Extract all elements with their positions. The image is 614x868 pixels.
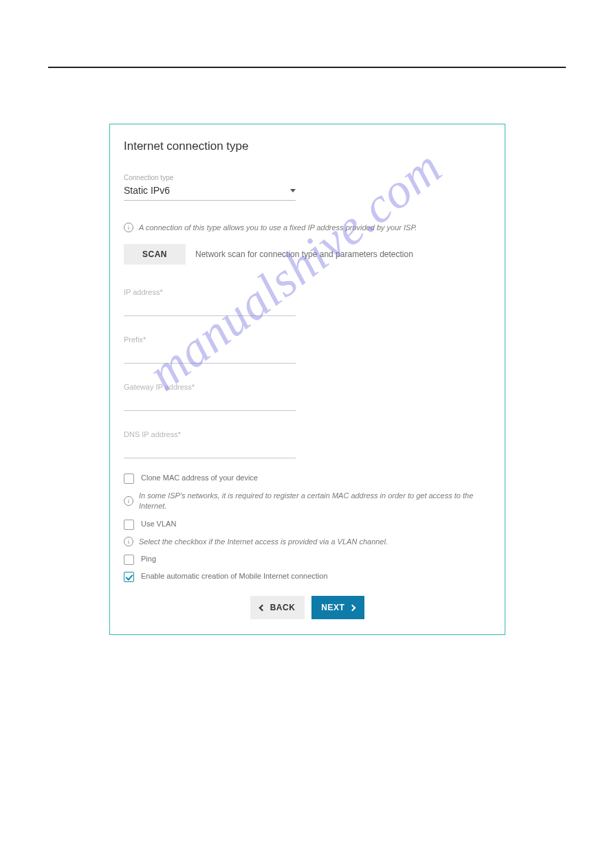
auto-mobile-row: Enable automatic creation of Mobile Inte…	[124, 572, 491, 582]
scan-button[interactable]: SCAN	[124, 244, 186, 265]
dns-label: DNS IP address*	[124, 430, 296, 438]
connection-description-row: i A connection of this type allows you t…	[124, 223, 491, 233]
prefix-input[interactable]	[124, 345, 296, 364]
connection-type-select[interactable]: Static IPv6	[124, 183, 296, 201]
chevron-right-icon	[349, 604, 356, 611]
vlan-help-text: Select the checkbox if the Internet acce…	[139, 537, 388, 547]
use-vlan-row: Use VLAN	[124, 520, 491, 530]
info-icon: i	[124, 223, 133, 232]
connection-description: A connection of this type allows you to …	[139, 223, 417, 233]
ip-address-field-wrapper: IP address*	[124, 288, 296, 316]
prefix-field-wrapper: Prefix*	[124, 335, 296, 364]
auto-mobile-label: Enable automatic creation of Mobile Inte…	[141, 572, 328, 580]
back-button-label: BACK	[270, 603, 296, 612]
ping-row: Ping	[124, 555, 491, 565]
ping-label: Ping	[141, 555, 156, 563]
dns-input[interactable]	[124, 440, 296, 458]
button-row: BACK NEXT	[124, 596, 491, 619]
connection-type-value: Static IPv6	[124, 185, 290, 196]
info-icon: i	[124, 496, 133, 506]
use-vlan-label: Use VLAN	[141, 520, 176, 528]
vlan-help-row: i Select the checkbox if the Internet ac…	[124, 537, 491, 547]
clone-mac-checkbox[interactable]	[124, 474, 134, 484]
chevron-left-icon	[259, 604, 265, 611]
clone-mac-row: Clone MAC address of your device	[124, 474, 491, 484]
mac-help-text: In some ISP's networks, it is required t…	[139, 491, 491, 511]
gateway-input[interactable]	[124, 392, 296, 411]
clone-mac-label: Clone MAC address of your device	[141, 474, 258, 482]
gateway-label: Gateway IP address*	[124, 383, 296, 391]
prefix-label: Prefix*	[124, 335, 296, 344]
scan-help-text: Network scan for connection type and par…	[195, 249, 413, 259]
gateway-field-wrapper: Gateway IP address*	[124, 383, 296, 411]
connection-type-label: Connection type	[124, 174, 491, 181]
dns-field-wrapper: DNS IP address*	[124, 430, 296, 458]
ip-address-input[interactable]	[124, 298, 296, 316]
panel-title: Internet connection type	[124, 140, 491, 153]
ping-checkbox[interactable]	[124, 555, 134, 565]
ip-address-label: IP address*	[124, 288, 296, 296]
scan-row: SCAN Network scan for connection type an…	[124, 244, 491, 265]
next-button[interactable]: NEXT	[311, 596, 364, 619]
chevron-down-icon	[290, 189, 296, 192]
use-vlan-checkbox[interactable]	[124, 520, 134, 530]
next-button-label: NEXT	[321, 603, 344, 612]
page-divider	[48, 67, 566, 68]
connection-type-panel: Internet connection type Connection type…	[109, 124, 505, 635]
back-button[interactable]: BACK	[250, 596, 305, 619]
info-icon: i	[124, 537, 133, 546]
mac-help-row: i In some ISP's networks, it is required…	[124, 491, 491, 511]
auto-mobile-checkbox[interactable]	[124, 572, 134, 582]
